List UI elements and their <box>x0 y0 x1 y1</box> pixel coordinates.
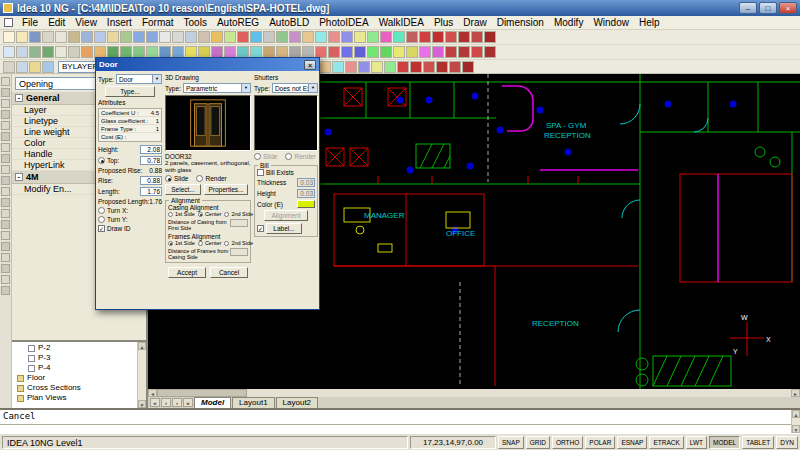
frames-2nd-radio[interactable] <box>224 241 229 246</box>
attribute-row[interactable]: Frame Type : 1 <box>99 125 161 133</box>
tool-icon[interactable] <box>159 31 171 43</box>
tree-item[interactable]: P-3 <box>12 353 137 363</box>
tree-item[interactable]: Floor <box>12 373 137 383</box>
horizontal-scrollbar[interactable]: ◄ ► <box>148 389 800 397</box>
maximize-button[interactable]: □ <box>759 2 777 14</box>
tool-icon[interactable] <box>436 61 448 73</box>
scroll-down-icon[interactable]: ▼ <box>138 400 146 408</box>
close-button[interactable]: × <box>779 2 797 14</box>
command-input[interactable] <box>0 425 791 433</box>
shutters-type-select[interactable]: Does not Exist ▼ <box>272 83 318 93</box>
layout-tab[interactable]: Model <box>194 397 231 408</box>
tool-icon[interactable] <box>250 31 262 43</box>
tool-icon[interactable] <box>380 46 392 58</box>
tool-icon[interactable] <box>341 31 353 43</box>
tool-icon[interactable] <box>393 46 405 58</box>
length-field[interactable]: 1.76 <box>140 187 162 196</box>
tool-icon[interactable] <box>328 31 340 43</box>
menu-item[interactable]: Tools <box>179 16 212 30</box>
menu-item[interactable]: WalkIDEA <box>374 16 429 30</box>
select-button[interactable]: Select... <box>165 184 201 195</box>
tool-icon[interactable] <box>458 31 470 43</box>
casing-center-radio[interactable] <box>198 212 203 217</box>
menu-item[interactable]: AutoREG <box>212 16 264 30</box>
status-toggle[interactable]: ORTHO <box>552 436 583 449</box>
tool-icon[interactable] <box>1 143 10 152</box>
tool-icon[interactable] <box>172 31 184 43</box>
bill-exists-checkbox[interactable] <box>257 169 264 176</box>
turn-y-radio[interactable] <box>98 216 105 223</box>
minimize-button[interactable]: – <box>739 2 757 14</box>
cancel-button[interactable]: Cancel <box>210 267 248 278</box>
tool-icon[interactable] <box>471 46 483 58</box>
tool-icon[interactable] <box>410 61 422 73</box>
tool-icon[interactable] <box>16 46 28 58</box>
attribute-row[interactable]: Coefficient U : 4.5 <box>99 109 161 117</box>
tool-icon[interactable] <box>68 46 80 58</box>
tool-icon[interactable] <box>419 46 431 58</box>
tool-icon[interactable] <box>1 88 10 97</box>
attribute-row[interactable]: Glass coefficient : 1 <box>99 117 161 125</box>
tree-item[interactable]: P-2 <box>12 343 137 353</box>
menu-item[interactable]: AutoBLD <box>264 16 314 30</box>
tool-icon[interactable] <box>393 31 405 43</box>
dialog-titlebar[interactable]: Door × <box>96 58 319 71</box>
tool-icon[interactable] <box>1 77 10 86</box>
tool-icon[interactable] <box>449 61 461 73</box>
type-button[interactable]: Type... <box>105 86 155 97</box>
tool-icon[interactable] <box>1 165 10 174</box>
tool-icon[interactable] <box>423 61 435 73</box>
status-toggle[interactable]: DYN <box>776 436 798 449</box>
tool-icon[interactable] <box>315 31 327 43</box>
layout-tab[interactable]: Layout2 <box>276 397 318 408</box>
tool-icon[interactable] <box>345 61 357 73</box>
attribute-row[interactable]: Cost (E) : <box>99 133 161 141</box>
bill-color-swatch[interactable] <box>297 200 315 208</box>
tool-icon[interactable] <box>406 46 418 58</box>
scroll-left-icon[interactable]: ◄ <box>148 389 157 397</box>
tool-icon[interactable] <box>1 264 10 273</box>
menu-item[interactable]: Plus <box>429 16 458 30</box>
tool-icon[interactable] <box>1 253 10 262</box>
render-radio[interactable] <box>196 175 203 182</box>
menu-item[interactable]: Window <box>588 16 634 30</box>
tool-icon[interactable] <box>107 31 119 43</box>
tool-icon[interactable] <box>367 31 379 43</box>
tool-icon[interactable] <box>1 209 10 218</box>
tool-icon[interactable] <box>1 198 10 207</box>
tab-nav-button[interactable]: « <box>150 398 160 407</box>
tool-icon[interactable] <box>484 31 496 43</box>
tool-icon[interactable] <box>42 31 54 43</box>
properties-button[interactable]: Properties... <box>204 184 248 195</box>
tree-item[interactable]: Cross Sections <box>12 383 137 393</box>
tool-icon[interactable] <box>354 31 366 43</box>
scrollbar-thumb[interactable] <box>157 389 247 397</box>
tool-icon[interactable] <box>81 46 93 58</box>
tool-icon[interactable] <box>432 31 444 43</box>
tool-icon[interactable] <box>445 31 457 43</box>
tool-icon[interactable] <box>1 242 10 251</box>
status-toggle[interactable]: SNAP <box>498 436 524 449</box>
tree-item[interactable]: Plan Views <box>12 393 137 403</box>
tool-icon[interactable] <box>29 46 41 58</box>
door-type-select[interactable]: Door ▼ <box>116 74 162 84</box>
tree-scrollbar[interactable]: ▲ ▼ <box>137 342 146 408</box>
tool-icon[interactable] <box>276 31 288 43</box>
tool-icon[interactable] <box>432 46 444 58</box>
tool-icon[interactable] <box>1 99 10 108</box>
rise-field[interactable]: 0.88 <box>140 176 162 185</box>
tool-icon[interactable] <box>319 61 331 73</box>
chevron-down-icon[interactable]: ▼ <box>241 84 250 92</box>
tool-icon[interactable] <box>397 61 409 73</box>
scroll-up-icon[interactable]: ▲ <box>792 410 800 418</box>
tool-icon[interactable] <box>462 61 474 73</box>
tool-icon[interactable] <box>146 31 158 43</box>
tab-nav-button[interactable]: ‹ <box>161 398 171 407</box>
accept-button[interactable]: Accept <box>168 267 206 278</box>
slide-radio[interactable] <box>165 175 172 182</box>
tool-icon[interactable] <box>328 46 340 58</box>
tool-icon[interactable] <box>55 46 67 58</box>
tool-icon[interactable] <box>302 31 314 43</box>
tool-icon[interactable] <box>341 46 353 58</box>
tool-icon[interactable] <box>263 31 275 43</box>
